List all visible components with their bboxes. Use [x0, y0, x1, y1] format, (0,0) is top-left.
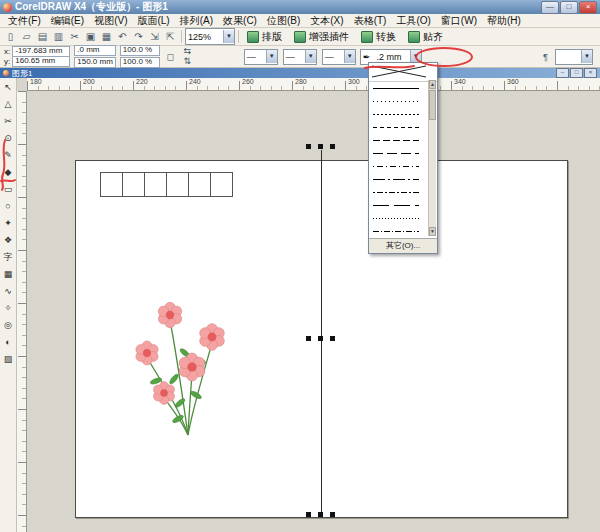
toolbox-tool[interactable]: ▦	[1, 266, 16, 282]
scroll-down-icon[interactable]: ▼	[429, 227, 436, 236]
minimize-button[interactable]: —	[541, 1, 559, 14]
line-style-option[interactable]	[369, 121, 437, 134]
toolbox-tool[interactable]: ◎	[1, 317, 16, 333]
toolbox-tool[interactable]: ✧	[1, 300, 16, 316]
table-cell[interactable]	[210, 172, 233, 197]
toolbox-tool[interactable]: ◆	[1, 164, 16, 180]
selection-handle[interactable]	[306, 336, 311, 341]
line-style-option[interactable]	[369, 186, 437, 199]
menu-item[interactable]: 编辑(E)	[46, 14, 89, 27]
toolbar-text-button[interactable]: 转换	[356, 29, 401, 45]
toolbar-text-button[interactable]: 贴齐	[403, 29, 448, 45]
line-style-option[interactable]	[369, 134, 437, 147]
toolbar-icon[interactable]: ▦	[99, 29, 114, 44]
toolbar-icon[interactable]: ▥	[51, 29, 66, 44]
close-button[interactable]: ×	[579, 1, 597, 14]
menu-item[interactable]: 位图(B)	[262, 14, 305, 27]
toolbox-tool[interactable]: ✎	[1, 147, 16, 163]
toolbar-icon[interactable]: ⇱	[163, 29, 178, 44]
scroll-up-icon[interactable]: ▲	[429, 80, 436, 89]
selection-handle[interactable]	[306, 144, 311, 149]
menu-item[interactable]: 效果(C)	[218, 14, 262, 27]
menu-item[interactable]: 帮助(H)	[482, 14, 526, 27]
table-cell[interactable]	[122, 172, 145, 197]
toolbar-icon[interactable]: ▯	[3, 29, 18, 44]
toolbox-tool[interactable]: ✂	[1, 113, 16, 129]
menu-item[interactable]: 表格(T)	[349, 14, 392, 27]
doc-restore-button[interactable]: □	[570, 68, 583, 78]
line-style-option[interactable]	[369, 199, 437, 212]
selection-handle[interactable]	[330, 336, 335, 341]
maximize-button[interactable]: □	[560, 1, 578, 14]
toolbox-tool[interactable]: ▨	[1, 351, 16, 367]
scale-y-field[interactable]: 100.0 %	[120, 57, 160, 68]
toolbox-tool[interactable]: ✦	[1, 215, 16, 231]
chevron-down-icon[interactable]: ▼	[305, 50, 316, 63]
selection-handle[interactable]	[318, 512, 323, 517]
toolbox-tool[interactable]: ⊙	[1, 130, 16, 146]
dropdown-scrollbar[interactable]: ▲ ▼	[428, 80, 436, 236]
flower-artwork[interactable]	[130, 295, 245, 440]
table-object[interactable]	[100, 172, 233, 197]
menu-item[interactable]: 排列(A)	[175, 14, 218, 27]
line-style-option[interactable]	[369, 82, 437, 95]
doc-close-button[interactable]: ×	[584, 68, 597, 78]
start-arrowhead-combo[interactable]: — ▼	[244, 49, 278, 65]
selection-handle[interactable]	[318, 336, 323, 341]
chevron-down-icon[interactable]: ▼	[266, 50, 277, 63]
outline-style-combo[interactable]: — ▼	[283, 49, 317, 65]
line-style-option[interactable]	[369, 160, 437, 173]
toolbar-icon[interactable]: ⇲	[147, 29, 162, 44]
line-style-option[interactable]	[369, 95, 437, 108]
menu-item[interactable]: 工具(O)	[391, 14, 435, 27]
toolbar-text-button[interactable]: 排版	[242, 29, 287, 45]
table-cell[interactable]	[166, 172, 189, 197]
toolbox-tool[interactable]: △	[1, 96, 16, 112]
toolbox-tool[interactable]: ◐	[1, 334, 16, 350]
toolbar-icon[interactable]: ▣	[83, 29, 98, 44]
vertical-ruler[interactable]	[17, 91, 27, 532]
mirror-vertical-icon[interactable]: ⇅	[181, 57, 194, 66]
table-cell[interactable]	[100, 172, 123, 197]
selected-center-line[interactable]	[321, 150, 322, 515]
toolbar-icon[interactable]: ▱	[19, 29, 34, 44]
toolbox-tool[interactable]: ∿	[1, 283, 16, 299]
horizontal-ruler[interactable]: 180200220240260280300320340360	[27, 78, 600, 91]
menu-item[interactable]: 视图(V)	[89, 14, 132, 27]
wrap-text-icon[interactable]: ¶	[539, 49, 552, 65]
mirror-horizontal-icon[interactable]: ⇆	[181, 47, 194, 56]
width-field[interactable]: .0 mm	[74, 45, 116, 56]
selection-handle[interactable]	[330, 144, 335, 149]
end-arrowhead-combo[interactable]: — ▼	[322, 49, 356, 65]
toolbox-tool[interactable]: ❖	[1, 232, 16, 248]
table-cell[interactable]	[188, 172, 211, 197]
line-style-option[interactable]	[369, 108, 437, 121]
line-style-option[interactable]	[369, 147, 437, 160]
line-style-option[interactable]	[369, 225, 437, 238]
toolbox-tool[interactable]: ○	[1, 198, 16, 214]
line-style-option[interactable]	[369, 212, 437, 225]
chevron-down-icon[interactable]: ▼	[223, 30, 234, 43]
zoom-level-combo[interactable]: 125% ▼	[185, 28, 235, 45]
line-style-other-button[interactable]: 其它(O)...	[369, 238, 437, 253]
toolbar-icon[interactable]: ↶	[115, 29, 130, 44]
toolbox-tool[interactable]: ↖	[1, 79, 16, 95]
drawing-canvas[interactable]	[27, 91, 600, 532]
toolbar-icon[interactable]: ✂	[67, 29, 82, 44]
document-tab-bar[interactable]: 图形1 – □ ×	[0, 68, 600, 78]
scrollbar-thumb[interactable]	[429, 90, 436, 120]
line-style-none-option[interactable]	[369, 63, 437, 82]
lock-ratio-icon[interactable]: ◻	[164, 49, 177, 65]
y-position-field[interactable]: 160.65 mm	[12, 56, 70, 67]
toolbar-icon[interactable]: ▤	[35, 29, 50, 44]
right-property-combo[interactable]: ▼	[555, 49, 593, 65]
height-field[interactable]: 150.0 mm	[74, 57, 116, 68]
menu-item[interactable]: 窗口(W)	[436, 14, 482, 27]
selection-handle[interactable]	[306, 512, 311, 517]
menu-item[interactable]: 文本(X)	[305, 14, 348, 27]
scale-x-field[interactable]: 100.0 %	[120, 45, 160, 56]
chevron-down-icon[interactable]: ▼	[581, 50, 592, 63]
menu-item[interactable]: 版面(L)	[132, 14, 174, 27]
selection-handle[interactable]	[318, 144, 323, 149]
toolbar-text-button[interactable]: 增强插件	[289, 29, 354, 45]
